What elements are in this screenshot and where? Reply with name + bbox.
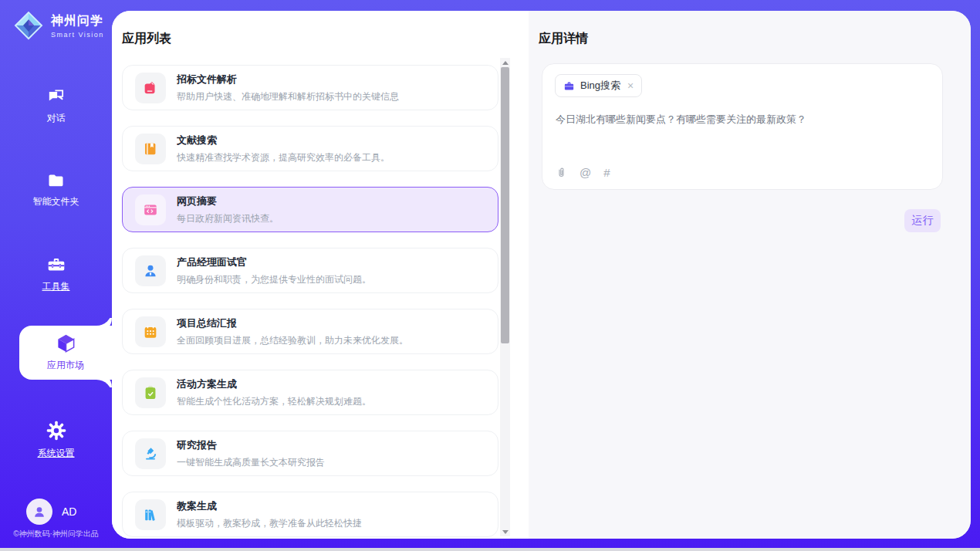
microscope-icon	[135, 438, 166, 469]
app-card-desc: 全面回顾项目进展，总结经验教训，助力未来优化发展。	[177, 334, 408, 347]
sidebar-item-label: 系统设置	[38, 447, 75, 460]
query-text[interactable]: 今日湖北有哪些新闻要点？有哪些需要关注的最新政策？	[556, 112, 918, 127]
app-card-desc: 模板驱动，教案秒成，教学准备从此轻松快捷	[177, 517, 362, 530]
app-card-desc: 一键智能生成高质量长文本研究报告	[177, 456, 325, 469]
tool-tag-bing-search[interactable]: Bing搜索 ×	[555, 74, 642, 97]
brand-tagline: Smart Vision	[51, 31, 104, 39]
app-card-title: 文献搜索	[177, 134, 390, 147]
sidebar-item-app-market-active[interactable]: 应用市场	[19, 326, 112, 380]
avatar	[26, 499, 52, 525]
scrollbar-thumb[interactable]	[501, 67, 509, 343]
app-card-title: 产品经理面试官	[177, 255, 371, 269]
app-card-desc: 明确身份和职责，为您提供专业性的面试问题。	[177, 273, 371, 286]
composer-toolbar: @ #	[556, 166, 610, 179]
tool-tag-label: Bing搜索	[580, 79, 620, 93]
user-initials: AD	[62, 505, 76, 518]
composer-card[interactable]: Bing搜索 × 今日湖北有哪些新闻要点？有哪些需要关注的最新政策？ @ #	[542, 63, 943, 190]
sidebar-item-label: 应用市场	[47, 359, 84, 372]
gear-icon	[46, 420, 67, 441]
brand-logo: 神州问学 Smart Vision	[12, 9, 104, 42]
app-card-event-plan[interactable]: 活动方案生成 智能生成个性化活动方案，轻松解决规划难题。	[122, 370, 498, 415]
document-edit-icon	[135, 73, 166, 103]
brand-name: 神州问学	[51, 13, 104, 29]
app-card-title: 研究报告	[177, 438, 325, 452]
tab-curve-top	[96, 310, 112, 326]
chat-icon	[46, 86, 66, 106]
bottom-edge-strip	[0, 548, 980, 551]
browser-code-icon	[135, 194, 166, 225]
toolbox-icon	[46, 255, 67, 275]
app-card-lesson-plan[interactable]: 教案生成 模板驱动，教案秒成，教学准备从此轻松快捷	[122, 492, 498, 537]
sidebar-item-label: 智能文件夹	[33, 195, 79, 208]
sidebar-item-settings[interactable]: 系统设置	[0, 420, 112, 460]
books-icon	[135, 499, 166, 530]
book-icon	[135, 134, 166, 164]
app-card-web-summary-selected[interactable]: 网页摘要 每日政府新闻资讯快查。	[122, 187, 498, 232]
paperclip-icon[interactable]	[556, 166, 567, 179]
person-icon	[135, 255, 166, 286]
at-mention-icon[interactable]: @	[580, 166, 591, 179]
app-details-title: 应用详情	[539, 31, 588, 47]
cube-icon	[56, 333, 76, 353]
app-card-title: 招标文件解析	[177, 73, 399, 86]
sidebar-item-chat[interactable]: 对话	[0, 86, 112, 125]
folder-icon	[46, 171, 66, 190]
app-card-title: 活动方案生成	[177, 377, 371, 391]
tab-curve-bottom	[96, 380, 112, 395]
sidebar-item-label: 工具集	[42, 280, 70, 293]
app-card-bid-parse[interactable]: 招标文件解析 帮助用户快速、准确地理解和解析招标书中的关键信息	[122, 65, 498, 110]
user-account[interactable]: AD	[26, 499, 76, 525]
person-avatar-icon	[32, 504, 47, 519]
app-card-title: 网页摘要	[177, 194, 279, 208]
main-container: 应用列表 招标文件解析 帮助用户快速、准确地理解和解析招标书中的关键信	[112, 11, 971, 539]
briefcase-icon	[563, 80, 575, 92]
sidebar-item-toolset[interactable]: 工具集	[0, 255, 112, 293]
hash-icon[interactable]: #	[603, 166, 610, 179]
app-card-desc: 快速精准查找学术资源，提高研究效率的必备工具。	[177, 151, 390, 164]
scrollbar-up-arrow[interactable]	[500, 58, 510, 67]
app-card-literature-search[interactable]: 文献搜索 快速精准查找学术资源，提高研究效率的必备工具。	[122, 126, 498, 171]
app-list-title: 应用列表	[122, 31, 171, 47]
calendar-icon	[135, 316, 166, 347]
clipboard-check-icon	[135, 377, 166, 408]
app-card-research-report[interactable]: 研究报告 一键智能生成高质量长文本研究报告	[122, 431, 498, 476]
app-card-project-summary[interactable]: 项目总结汇报 全面回顾项目进展，总结经验教训，助力未来优化发展。	[122, 309, 498, 354]
app-details-panel: 应用详情 Bing搜索 × 今日湖北有哪些新闻要点？有哪些需要关注的最新政策？	[529, 11, 971, 539]
sidebar-item-smart-folder[interactable]: 智能文件夹	[0, 171, 112, 208]
app-card-pm-interviewer[interactable]: 产品经理面试官 明确身份和职责，为您提供专业性的面试问题。	[122, 248, 498, 293]
list-scrollbar[interactable]	[500, 58, 510, 536]
scrollbar-down-arrow[interactable]	[500, 527, 510, 536]
app-card-list: 招标文件解析 帮助用户快速、准确地理解和解析招标书中的关键信息 文献搜索	[122, 65, 498, 539]
diamond-logo-icon	[12, 9, 45, 42]
copyright-text: ©神州数码·神州问学出品	[0, 529, 112, 539]
app-card-desc: 智能生成个性化活动方案，轻松解决规划难题。	[177, 395, 371, 408]
app-card-title: 项目总结汇报	[177, 316, 408, 330]
app-list-panel: 应用列表 招标文件解析 帮助用户快速、准确地理解和解析招标书中的关键信	[112, 11, 529, 539]
app-card-desc: 每日政府新闻资讯快查。	[177, 212, 279, 225]
app-card-title: 教案生成	[177, 499, 362, 513]
tag-close-icon[interactable]: ×	[627, 79, 634, 92]
sidebar-item-label: 对话	[47, 112, 66, 125]
app-card-desc: 帮助用户快速、准确地理解和解析招标书中的关键信息	[177, 90, 399, 103]
run-button[interactable]: 运行	[904, 209, 941, 232]
sidebar: 神州问学 Smart Vision 对话 智能文件夹 工具集	[0, 0, 112, 548]
